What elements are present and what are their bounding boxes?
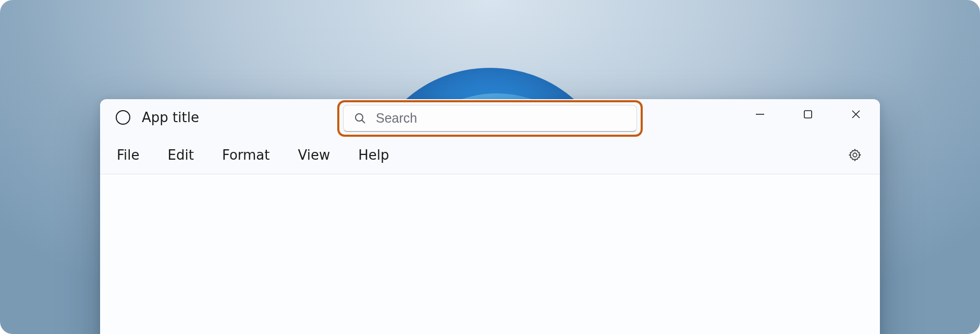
search-icon xyxy=(354,112,366,125)
svg-rect-4 xyxy=(804,111,812,118)
svg-line-2 xyxy=(362,120,365,123)
caption-buttons xyxy=(736,99,880,129)
close-icon xyxy=(851,109,861,120)
minimize-button[interactable] xyxy=(736,99,784,129)
search-input[interactable] xyxy=(376,111,626,126)
menu-item-help[interactable]: Help xyxy=(358,147,389,163)
content-area xyxy=(100,174,880,334)
gear-icon xyxy=(848,148,862,162)
app-icon xyxy=(116,110,130,125)
svg-point-7 xyxy=(853,153,856,157)
menu-item-file[interactable]: File xyxy=(117,147,140,163)
menu-bar: File Edit Format View Help xyxy=(100,136,880,174)
settings-button[interactable] xyxy=(844,145,865,165)
menu-item-format[interactable]: Format xyxy=(222,147,270,163)
menu-item-edit[interactable]: Edit xyxy=(168,147,194,163)
svg-point-1 xyxy=(356,114,363,121)
maximize-button[interactable] xyxy=(784,99,832,129)
title-bar[interactable]: App title xyxy=(100,99,880,136)
search-box[interactable] xyxy=(343,105,637,132)
menu-item-view[interactable]: View xyxy=(298,147,330,163)
desktop-background: App title xyxy=(0,0,980,334)
app-title: App title xyxy=(142,110,199,125)
minimize-icon xyxy=(755,110,765,119)
close-button[interactable] xyxy=(832,99,880,129)
maximize-icon xyxy=(803,110,813,119)
app-window: App title xyxy=(100,99,880,334)
